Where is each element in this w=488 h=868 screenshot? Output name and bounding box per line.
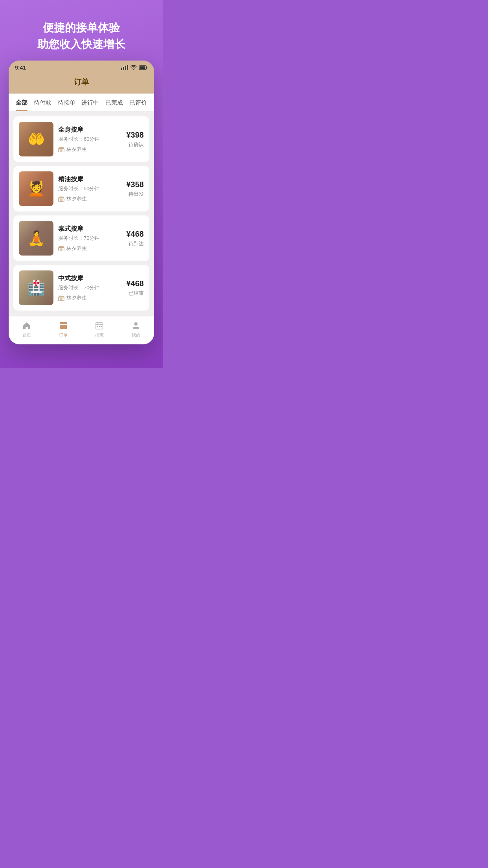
- order-price-area-3: ¥468 已结束: [127, 279, 144, 297]
- order-status-2: 待到达: [127, 240, 144, 247]
- tab-in-progress[interactable]: 进行中: [81, 99, 99, 111]
- order-list: 全身按摩 服务时长：60分钟 林夕养生 ¥398 待确认: [9, 112, 154, 316]
- nav-home-label: 首页: [22, 332, 31, 338]
- battery-icon: [139, 65, 148, 70]
- svg-rect-5: [140, 66, 145, 69]
- order-status-1: 待出发: [127, 191, 144, 198]
- order-image-1: [19, 171, 53, 206]
- shop-icon-1: [58, 196, 64, 202]
- order-shop-2: 林夕养生: [58, 245, 122, 252]
- order-card-1[interactable]: 精油按摩 服务时长：50分钟 林夕养生 ¥358 待出发: [13, 166, 149, 211]
- order-image-0: [19, 122, 53, 156]
- svg-rect-13: [60, 298, 62, 301]
- nav-home[interactable]: 首页: [22, 320, 32, 338]
- svg-rect-21: [101, 326, 102, 327]
- order-status-0: 待确认: [127, 141, 144, 148]
- tab-all[interactable]: 全部: [16, 99, 28, 111]
- svg-rect-17: [61, 327, 64, 328]
- svg-point-22: [134, 322, 138, 326]
- order-duration-3: 服务时长：70分钟: [58, 284, 122, 291]
- order-price-1: ¥358: [127, 180, 144, 189]
- signal-icon: [121, 65, 128, 70]
- order-status-3: 已结束: [127, 290, 144, 297]
- order-card-2[interactable]: 泰式按摩 服务时长：70分钟 林夕养生 ¥468 待到达: [13, 215, 149, 261]
- order-duration-1: 服务时长：50分钟: [58, 185, 122, 192]
- order-card-3[interactable]: 中式按摩 服务时长：70分钟 林夕养生 ¥468 已结束: [13, 265, 149, 311]
- order-duration-0: 服务时长：60分钟: [58, 136, 122, 143]
- svg-rect-9: [60, 199, 62, 202]
- status-bar: 9:41: [9, 61, 154, 73]
- status-time: 9:41: [15, 64, 26, 71]
- nav-profile-label: 我的: [132, 332, 140, 338]
- order-price-2: ¥468: [127, 230, 144, 239]
- svg-rect-1: [123, 67, 124, 70]
- svg-rect-19: [97, 326, 98, 327]
- svg-rect-20: [99, 326, 100, 327]
- schedule-icon: [94, 320, 105, 331]
- order-price-area-0: ¥398 待确认: [127, 131, 144, 148]
- order-name-0: 全身按摩: [58, 126, 122, 134]
- svg-rect-16: [61, 326, 66, 327]
- svg-rect-11: [60, 248, 62, 251]
- app-header: 订单: [9, 73, 154, 94]
- svg-rect-2: [125, 66, 126, 70]
- order-duration-2: 服务时长：70分钟: [58, 235, 122, 242]
- phone-frame: 9:41: [9, 61, 154, 344]
- tab-reviewed[interactable]: 已评价: [129, 99, 147, 111]
- nav-schedule[interactable]: 排班: [94, 320, 105, 338]
- bottom-nav: 首页 订单: [9, 316, 154, 344]
- svg-rect-3: [127, 65, 128, 70]
- tab-pending-accept[interactable]: 待接单: [58, 99, 75, 111]
- svg-rect-0: [121, 68, 122, 70]
- order-info-3: 中式按摩 服务时长：70分钟 林夕养生: [58, 274, 122, 302]
- tab-pending-pay[interactable]: 待付款: [34, 99, 51, 111]
- order-info-0: 全身按摩 服务时长：60分钟 林夕养生: [58, 126, 122, 153]
- home-icon: [22, 320, 32, 331]
- nav-orders-label: 订单: [59, 332, 68, 338]
- svg-rect-15: [60, 325, 67, 329]
- order-price-area-2: ¥468 待到达: [127, 230, 144, 247]
- shop-icon-0: [58, 146, 64, 153]
- order-price-area-1: ¥358 待出发: [127, 180, 144, 198]
- order-card-0[interactable]: 全身按摩 服务时长：60分钟 林夕养生 ¥398 待确认: [13, 116, 149, 162]
- wifi-icon: [130, 65, 137, 70]
- order-name-1: 精油按摩: [58, 175, 122, 184]
- hero-section: 便捷的接单体验 助您收入快速增长 9:41: [0, 0, 163, 368]
- order-image-2: [19, 221, 53, 256]
- orders-icon: [58, 320, 68, 331]
- order-name-3: 中式按摩: [58, 274, 122, 283]
- order-info-2: 泰式按摩 服务时长：70分钟 林夕养生: [58, 225, 122, 252]
- shop-icon-3: [58, 295, 64, 301]
- order-shop-1: 林夕养生: [58, 195, 122, 202]
- nav-orders[interactable]: 订单: [58, 320, 68, 338]
- order-shop-3: 林夕养生: [58, 294, 122, 302]
- order-name-2: 泰式按摩: [58, 225, 122, 233]
- order-info-1: 精油按摩 服务时长：50分钟 林夕养生: [58, 175, 122, 202]
- svg-rect-7: [60, 149, 62, 152]
- tab-completed[interactable]: 已完成: [105, 99, 123, 111]
- order-image-3: [19, 270, 53, 305]
- shop-icon-2: [58, 245, 64, 252]
- profile-icon: [131, 320, 141, 331]
- order-shop-0: 林夕养生: [58, 146, 122, 153]
- nav-profile[interactable]: 我的: [131, 320, 141, 338]
- svg-rect-14: [60, 322, 67, 324]
- order-price-3: ¥468: [127, 279, 144, 288]
- status-icons: [121, 65, 148, 70]
- order-price-0: ¥398: [127, 131, 144, 140]
- header-title: 订单: [74, 78, 89, 86]
- hero-title: 便捷的接单体验 助您收入快速增长: [37, 20, 125, 53]
- tab-bar: 全部 待付款 待接单 进行中 已完成 已评价: [9, 94, 154, 112]
- nav-schedule-label: 排班: [95, 332, 104, 338]
